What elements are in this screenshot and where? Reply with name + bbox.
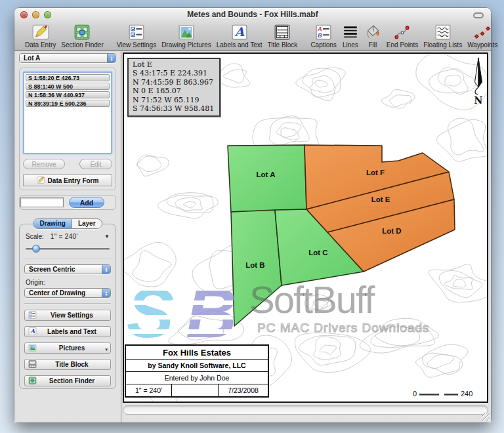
view-mode-value: Screen Centric <box>25 266 102 273</box>
zoom-button[interactable] <box>44 11 51 18</box>
sidebar: Lot A ▲▼ S 1:58:20 E 426.73S 88:1:40 W 5… <box>14 51 121 423</box>
call-row[interactable]: N 89:39:19 E 500.236 <box>26 100 110 107</box>
toolbar-item-waypoints[interactable]: Waypoints <box>465 23 500 49</box>
floating-lists-icon <box>434 23 452 41</box>
view-mode-select[interactable]: Screen Centric ▲▼ <box>24 264 111 274</box>
lot-label: Lot F <box>366 169 385 176</box>
captions-icon: AB <box>315 23 332 41</box>
call-row[interactable]: N 1:58:36 W 440.937 <box>26 91 110 98</box>
waypoints-icon <box>474 23 491 41</box>
resize-grip[interactable] <box>482 413 490 421</box>
lot-label: Lot D <box>382 227 401 235</box>
lot-info-line: N 74:45:59 E 863.967 <box>133 78 214 87</box>
checklist-icon <box>128 23 145 41</box>
toolbar-toggle-button[interactable] <box>473 12 484 18</box>
pencil-icon <box>32 23 49 41</box>
edit-button[interactable]: Edit <box>79 159 112 169</box>
drawing-layer-tabs: Drawing Layer <box>19 218 116 229</box>
toolbar-item-fill[interactable]: Fill <box>362 23 384 49</box>
lot-info-line: S 74:56:33 W 958.481 <box>133 104 214 113</box>
letter-a-icon: A <box>231 23 248 41</box>
lot-selector-value: Lot A <box>20 54 107 62</box>
toolbar-item-title-block[interactable]: Title Block <box>265 23 301 49</box>
section-grid-icon <box>74 23 91 41</box>
picture-icon <box>178 23 195 41</box>
toolbar-item-data-entry[interactable]: Data Entry <box>22 23 58 49</box>
toolbar-item-lines[interactable]: Lines <box>339 23 362 49</box>
drawing-panel: Scale: 1" = 240' ▼ Screen Centric ▲▼ Ori… <box>19 224 116 389</box>
lines-icon <box>342 23 359 41</box>
svg-text:B: B <box>318 31 322 38</box>
tab-drawing[interactable]: Drawing <box>33 219 72 228</box>
watermark-tagline: PC MAC Drivers Downloads <box>257 321 430 335</box>
call-row[interactable]: S 88:1:40 W 500 <box>26 83 110 90</box>
end-points-icon <box>394 23 411 41</box>
call-list[interactable]: S 1:58:20 E 426.73S 88:1:40 W 500N 1:58:… <box>23 72 112 154</box>
drawing-canvas[interactable]: Lot ALot BLot CLot FLot ELot DN0240 S <box>123 52 488 403</box>
panel-button-title-block[interactable]: Title Block <box>24 359 111 370</box>
lot-label: Lot B <box>245 261 264 269</box>
scale-caret-icon[interactable]: ▼ <box>104 234 110 239</box>
data-entry-form-button[interactable]: Data Entry Form <box>23 175 112 186</box>
title-block-scale: 1" = 240' <box>126 384 172 396</box>
toolbar-item-labels-and-text[interactable]: ALabels and Text <box>214 23 265 49</box>
window-header: Metes and Bounds - Fox Hills.mabf Data E… <box>14 8 491 51</box>
title-block-icon <box>28 359 37 371</box>
panel-button-labels-and-text[interactable]: ALabels and Text <box>24 326 111 337</box>
close-button[interactable] <box>20 11 28 18</box>
toolbar-item-end-points[interactable]: End Points <box>384 23 421 49</box>
minimize-button[interactable] <box>32 11 39 18</box>
title-block: Fox Hills Estates by Sandy Knoll Softwar… <box>125 344 269 398</box>
tab-layer[interactable]: Layer <box>72 219 102 228</box>
slider-thumb[interactable] <box>32 245 40 253</box>
title-block-title: Fox Hills Estates <box>126 346 268 360</box>
app-window: Metes and Bounds - Fox Hills.mabf Data E… <box>14 8 491 423</box>
titlebar: Metes and Bounds - Fox Hills.mabf <box>14 8 491 21</box>
lot-label: Lot C <box>308 249 327 257</box>
origin-select[interactable]: Center of Drawing ▲▼ <box>24 288 111 298</box>
add-call-input[interactable] <box>20 197 64 207</box>
paint-bucket-icon <box>364 23 381 41</box>
svg-text:B: B <box>186 276 237 341</box>
lot-label: Lot E <box>371 196 390 203</box>
toolbar-item-section-finder[interactable]: Section Finder <box>58 23 106 49</box>
remove-button[interactable]: Remove <box>23 159 65 169</box>
traffic-lights <box>20 11 51 18</box>
lot-polygon-lot-a[interactable] <box>228 145 306 212</box>
title-block-entered-by: Entered by John Doe <box>126 372 268 384</box>
svg-text:N: N <box>474 95 483 106</box>
add-button[interactable]: Add <box>69 197 104 208</box>
toolbar-item-view-settings[interactable]: View Settings <box>114 23 159 49</box>
panel-button-view-settings[interactable]: View Settings <box>24 310 111 321</box>
window-title: Metes and Bounds - Fox Hills.mabf <box>187 10 318 19</box>
scale-bar: 0240 <box>413 390 472 398</box>
watermark-name: SoftBuff <box>249 278 373 321</box>
letter-a-icon: A <box>28 326 37 338</box>
stepper-icon: ▲▼ <box>102 265 110 274</box>
title-block-empty-cell <box>172 384 219 396</box>
call-row[interactable]: S 1:58:20 E 426.73 <box>26 74 110 81</box>
svg-text:A: A <box>234 25 245 39</box>
origin-label: Origin: <box>24 279 111 286</box>
scale-slider[interactable] <box>26 245 110 253</box>
toolbar-item-captions[interactable]: ABCaptions <box>308 23 339 49</box>
svg-text:S: S <box>127 276 174 341</box>
panel-button-section-finder[interactable]: Section Finder <box>24 375 111 386</box>
stepper-icon: ▲▼ <box>102 289 110 297</box>
lot-info-title: Lot E <box>133 60 214 69</box>
lot-info-line: N 71:52 W 65.119 <box>133 96 214 104</box>
toolbar-item-drawing-pictures[interactable]: Drawing Pictures <box>159 23 214 49</box>
data-entry-form-label: Data Entry Form <box>48 177 99 184</box>
title-block-icon <box>274 23 291 41</box>
map-area: Lot ALot BLot CLot FLot ELot DN0240 S <box>121 51 491 423</box>
lot-selector[interactable]: Lot A ▲▼ <box>19 53 116 63</box>
toolbar: Data EntrySection FinderView SettingsDra… <box>14 21 491 51</box>
chevron-down-icon: ▾ <box>105 347 108 352</box>
calls-group: S 1:58:20 E 426.73S 88:1:40 W 500N 1:58:… <box>19 68 116 190</box>
horizontal-scrollbar[interactable] <box>123 405 488 415</box>
origin-value: Center of Drawing <box>25 289 102 297</box>
toolbar-item-floating-lists[interactable]: Floating Lists <box>421 23 465 49</box>
add-group: Add <box>19 195 116 210</box>
lot-info-line: N 0 E 165.07 <box>133 87 214 95</box>
panel-button-pictures[interactable]: Pictures▾ <box>24 342 111 354</box>
